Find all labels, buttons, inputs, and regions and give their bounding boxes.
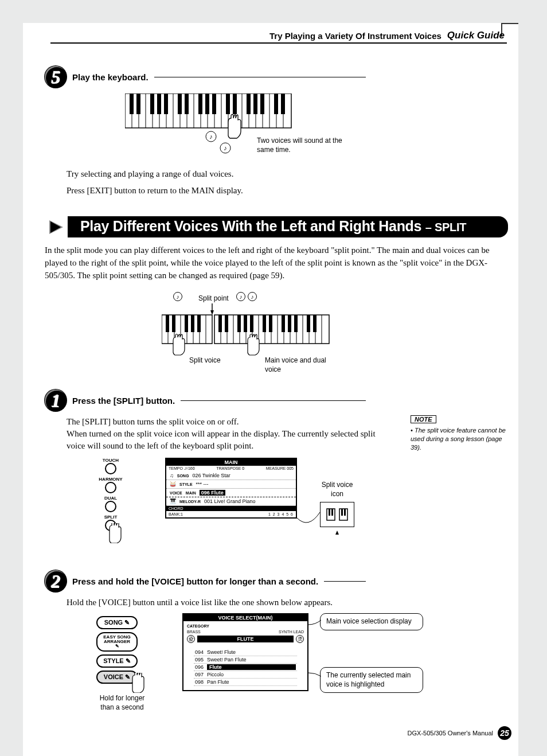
svg-rect-28 bbox=[164, 93, 168, 114]
breadcrumb: Try Playing a Variety Of Instrument Voic… bbox=[269, 31, 441, 41]
footer-text: DGX-505/305 Owner's Manual bbox=[408, 730, 493, 736]
voice-list-item[interactable]: 098Pan Flute bbox=[194, 679, 297, 686]
lcd-voice-select: VOICE SELECT(MAIN) CATEGORY BRASS SYNTH … bbox=[182, 613, 308, 691]
svg-rect-80 bbox=[218, 315, 222, 332]
style-button[interactable]: STYLE ✎ bbox=[96, 654, 138, 668]
step5-callout: Two voices will sound at the same time. bbox=[257, 137, 349, 154]
svg-rect-58 bbox=[172, 315, 175, 332]
category-next-icon[interactable]: 类 bbox=[296, 635, 304, 643]
svg-rect-82 bbox=[237, 315, 241, 332]
play-icon bbox=[45, 216, 68, 237]
svg-rect-90 bbox=[307, 315, 310, 332]
svg-rect-24 bbox=[130, 93, 134, 114]
lcd-main-display: MAIN TEMPO ♩=160 TRANSPOSE 0 MEASURE 005… bbox=[165, 458, 297, 519]
svg-rect-87 bbox=[282, 315, 285, 332]
hand-pointer-icon bbox=[130, 673, 147, 693]
step-2-title: Press and hold the [VOICE] button for lo… bbox=[72, 576, 318, 586]
svg-rect-40 bbox=[281, 93, 285, 114]
touch-button[interactable] bbox=[105, 463, 116, 474]
hold-hint: Hold for longer than a second bbox=[96, 694, 148, 712]
lcd-title: MAIN bbox=[166, 459, 296, 466]
note-badge: NOTE bbox=[411, 415, 436, 423]
callout-line bbox=[308, 671, 322, 682]
harmony-label: HARMONY bbox=[96, 477, 125, 482]
split-voice-icon-callout: Split voice icon bbox=[314, 481, 360, 498]
svg-rect-91 bbox=[313, 315, 317, 332]
page-header: Try Playing a Variety Of Instrument Voic… bbox=[269, 30, 505, 41]
svg-rect-83 bbox=[244, 315, 247, 332]
guide-badge: Quick Guide bbox=[447, 30, 505, 41]
dual-label: DUAL bbox=[96, 496, 125, 501]
svg-rect-89 bbox=[294, 315, 298, 332]
harmony-button[interactable] bbox=[105, 482, 116, 493]
step5-body2: Press [EXIT] button to return to the MAI… bbox=[67, 185, 508, 197]
svg-rect-26 bbox=[150, 93, 154, 114]
song-button[interactable]: SONG ✎ bbox=[96, 616, 138, 629]
svg-marker-98 bbox=[335, 531, 339, 535]
svg-rect-34 bbox=[226, 93, 230, 114]
header-rule bbox=[50, 42, 507, 44]
svg-rect-38 bbox=[260, 93, 264, 114]
step-1-title: Press the [SPLIT] button. bbox=[72, 396, 175, 406]
voice-list-item[interactable]: 095Sweet! Pan Flute bbox=[194, 656, 297, 664]
svg-rect-97 bbox=[344, 509, 346, 516]
step-number-2: 2 bbox=[45, 570, 67, 592]
easy-song-arranger-button[interactable]: EASY SONG ARRANGER ✎ bbox=[96, 632, 138, 652]
step-number-5: 5 bbox=[45, 66, 67, 88]
svg-rect-88 bbox=[288, 315, 291, 332]
split-voice-icon bbox=[320, 502, 354, 527]
svg-rect-92 bbox=[327, 509, 335, 520]
svg-text:♪: ♪ bbox=[224, 145, 227, 151]
section-banner: Play Different Voices With the Left and … bbox=[45, 216, 508, 237]
lcd-voice-title: VOICE SELECT(MAIN) bbox=[183, 614, 307, 621]
svg-rect-94 bbox=[331, 509, 333, 516]
svg-rect-32 bbox=[205, 93, 209, 114]
step5-body1: Try selecting and playing a range of dua… bbox=[67, 168, 508, 180]
step-2-body: Hold the [VOICE] button until a voice li… bbox=[67, 597, 508, 609]
svg-rect-86 bbox=[269, 315, 272, 332]
svg-rect-81 bbox=[225, 315, 228, 332]
note-text: • The split voice feature cannot be used… bbox=[411, 426, 508, 452]
svg-rect-59 bbox=[185, 315, 188, 332]
svg-rect-33 bbox=[212, 93, 216, 114]
hand-pointer-icon bbox=[107, 523, 124, 543]
svg-rect-60 bbox=[191, 315, 194, 332]
dual-button[interactable] bbox=[105, 501, 116, 512]
svg-marker-46 bbox=[50, 221, 61, 233]
voice-list-item[interactable]: 096Flute bbox=[194, 664, 297, 671]
voice-list-item[interactable]: 097Piccolo bbox=[194, 671, 297, 679]
voice-button[interactable]: VOICE ✎ bbox=[96, 671, 138, 684]
category-prev-icon[interactable]: 夌 bbox=[187, 635, 195, 643]
section-subtitle: – SPLIT bbox=[425, 221, 466, 233]
section-intro: In the split mode you can play different… bbox=[45, 244, 508, 282]
callout-line bbox=[308, 618, 322, 629]
callout-line bbox=[297, 512, 320, 529]
svg-rect-36 bbox=[247, 93, 251, 114]
svg-rect-61 bbox=[197, 315, 201, 332]
svg-rect-95 bbox=[339, 509, 347, 520]
touch-label: TOUCH bbox=[96, 458, 125, 463]
split-keyboard-diagram: ♪ ♪ ♪ Split point Split voice Main voice… bbox=[162, 292, 391, 378]
page-footer: DGX-505/305 Owner's Manual 25 bbox=[408, 726, 511, 740]
svg-text:♪: ♪ bbox=[209, 133, 213, 140]
step-1-body: The [SPLIT] button turns the split voice… bbox=[67, 416, 376, 452]
svg-rect-57 bbox=[166, 315, 169, 332]
svg-rect-37 bbox=[253, 93, 257, 114]
svg-rect-27 bbox=[157, 93, 161, 114]
svg-rect-35 bbox=[233, 93, 237, 114]
svg-rect-29 bbox=[178, 93, 182, 114]
svg-rect-84 bbox=[250, 315, 253, 332]
voice-list-item[interactable]: 094Sweet! Flute bbox=[194, 649, 297, 656]
step-number-1: 1 bbox=[45, 389, 67, 411]
svg-rect-85 bbox=[263, 315, 266, 332]
section-title: Play Different Voices With the Left and … bbox=[80, 218, 421, 234]
step-5-title: Play the keyboard. bbox=[72, 72, 149, 82]
split-label: SPLIT bbox=[96, 515, 125, 520]
split-voice-label: Split voice bbox=[189, 356, 221, 365]
svg-rect-93 bbox=[329, 509, 330, 516]
svg-rect-96 bbox=[341, 509, 343, 516]
svg-rect-30 bbox=[185, 93, 189, 114]
svg-rect-39 bbox=[274, 93, 278, 114]
svg-rect-31 bbox=[198, 93, 202, 114]
main-voice-label: Main voice and dual voice bbox=[265, 356, 328, 374]
